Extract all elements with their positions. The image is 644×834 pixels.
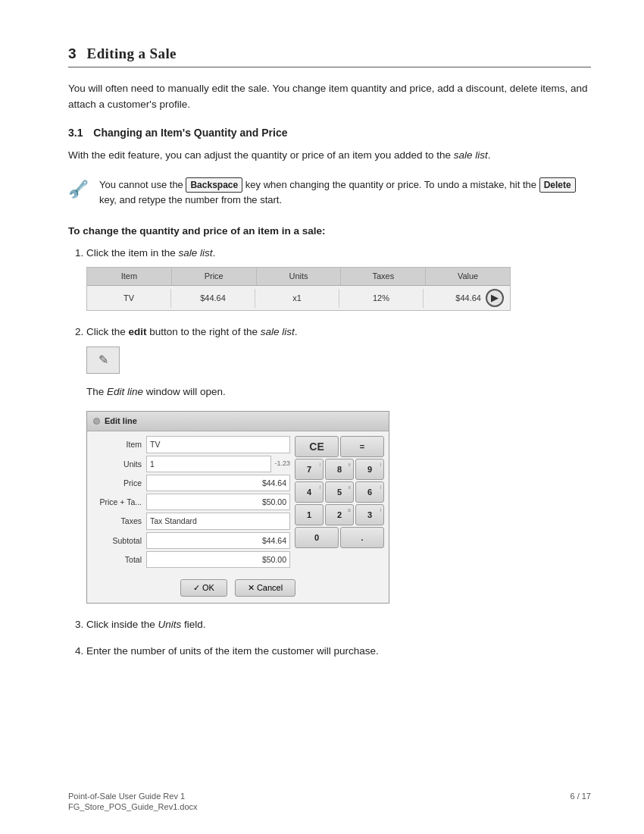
col-value: Value <box>426 268 510 285</box>
the-text: The Edit line window will open. <box>86 386 226 397</box>
form-row-subtotal: Subtotal $44.64 <box>92 532 290 549</box>
delete-key: Delete <box>539 177 576 193</box>
note-icon: 🔧 <box>68 179 89 199</box>
edit-form: Item TV Units 1 -1.23 Price $44.64 Price… <box>92 436 290 570</box>
label-total: Total <box>92 553 146 566</box>
footer-left: Point-of-Sale User Guide Rev 1 FG_Store_… <box>68 792 198 811</box>
step-2: Click the edit button to the right of th… <box>86 325 591 604</box>
cell-units: x1 <box>255 289 339 308</box>
cell-item: TV <box>87 289 171 308</box>
col-price: Price <box>172 268 257 285</box>
edit-feature-text: With the edit feature, you can adjust th… <box>68 149 491 161</box>
form-row-price-tax: Price + Ta... $50.00 <box>92 494 290 510</box>
label-price: Price <box>92 477 146 489</box>
cursor-indicator: ▶ <box>486 289 504 307</box>
numpad-8[interactable]: 8v <box>325 459 354 480</box>
numpad-4[interactable]: 4i <box>295 481 324 503</box>
procedure-heading: To change the quantity and price of an i… <box>68 225 591 237</box>
numpad-row-0dot: 0 . <box>295 527 384 548</box>
input-taxes: Tax Standard <box>146 513 290 529</box>
form-row-total: Total $50.00 <box>92 551 290 568</box>
table-data-row: TV $44.64 x1 12% $44.64 ▶ <box>87 286 510 310</box>
form-row-taxes: Taxes Tax Standard <box>92 513 290 529</box>
value-amount: $44.64 <box>455 292 481 305</box>
section-heading: 3 Editing a Sale <box>68 45 591 67</box>
intro-text: You will often need to manually edit the… <box>68 83 587 110</box>
cancel-label: ✕ Cancel <box>248 583 283 593</box>
numpad-equals[interactable]: = <box>340 436 384 457</box>
numpad-5[interactable]: 5x <box>325 481 354 503</box>
numpad-0[interactable]: 0 <box>295 527 339 548</box>
edit-line-title: Edit line <box>105 415 137 428</box>
edit-button-screenshot[interactable]: ✎ <box>86 346 120 374</box>
titlebar-dot <box>93 418 100 425</box>
numpad-row-123: 1 2a 3i <box>295 504 384 525</box>
step-3-italic: Units <box>158 619 182 630</box>
input-units[interactable]: 1 <box>146 456 271 472</box>
input-price[interactable]: $44.64 <box>146 475 290 491</box>
edit-line-body: Item TV Units 1 -1.23 Price $44.64 Price… <box>87 431 389 575</box>
edit-pencil-icon: ✎ <box>98 351 108 370</box>
note-text: You cannot use the Backspace key when ch… <box>99 177 591 208</box>
cell-taxes: 12% <box>339 289 424 308</box>
footer-line2: FG_Store_POS_Guide_Rev1.docx <box>68 802 198 811</box>
cell-price: $44.64 <box>171 289 255 308</box>
step-4-text: Enter the number of units of the item th… <box>86 645 379 657</box>
numpad-2[interactable]: 2a <box>325 504 354 525</box>
step-2-bold: edit <box>129 326 147 337</box>
note-text2: key when changing the quantity or price.… <box>242 179 539 190</box>
numpad-6[interactable]: 6i <box>355 481 384 503</box>
section-number: 3 <box>68 45 77 62</box>
subsection-number: 3.1 <box>68 127 83 139</box>
step-4: Enter the number of units of the item th… <box>86 644 591 660</box>
cell-value: $44.64 ▶ <box>424 286 510 310</box>
edit-line-opens-text: The Edit line window will open. <box>86 384 591 400</box>
numpad-row-456: 4i 5x 6i <box>295 481 384 503</box>
step-1: Click the item in the sale list. Item Pr… <box>86 246 591 312</box>
numpad-1[interactable]: 1 <box>295 504 324 525</box>
note-box: 🔧 You cannot use the Backspace key when … <box>68 174 591 212</box>
sale-list-italic: sale list <box>454 149 488 161</box>
ok-button[interactable]: ✓ OK <box>180 579 227 597</box>
subsection-title: Changing an Item's Quantity and Price <box>93 127 287 139</box>
edit-line-titlebar: Edit line <box>87 412 389 431</box>
edit-line-window: Edit line Item TV Units 1 -1.23 Pr <box>86 411 389 604</box>
label-subtotal: Subtotal <box>92 535 146 547</box>
edit-feature-paragraph: With the edit feature, you can adjust th… <box>68 148 591 164</box>
footer-page: 6 / 17 <box>570 792 591 811</box>
step-3: Click inside the Units field. <box>86 617 591 633</box>
section-title: Editing a Sale <box>87 45 177 62</box>
step-1-italic: sale list <box>179 247 213 259</box>
input-subtotal: $44.64 <box>146 532 290 549</box>
form-row-item: Item TV <box>92 436 290 453</box>
step-2-text: Click the edit button to the right of th… <box>86 326 297 337</box>
intro-paragraph: You will often need to manually edit the… <box>68 81 591 113</box>
note-text1: You cannot use the <box>99 179 186 190</box>
ok-label: ✓ OK <box>193 583 214 593</box>
numpad-row-top: CE = <box>295 436 384 457</box>
sale-list-table-screenshot: Item Price Units Taxes Value TV $44.64 x… <box>86 267 511 311</box>
input-total: $50.00 <box>146 551 290 568</box>
col-units: Units <box>257 268 342 285</box>
page-footer: Point-of-Sale User Guide Rev 1 FG_Store_… <box>0 792 644 811</box>
form-row-units: Units 1 -1.23 <box>92 456 290 472</box>
label-taxes: Taxes <box>92 515 146 527</box>
numpad-ce[interactable]: CE <box>295 436 339 457</box>
note-text3: key, and retype the number from the star… <box>99 194 282 205</box>
input-price-tax: $50.00 <box>146 494 290 510</box>
footer-line1: Point-of-Sale User Guide Rev 1 <box>68 792 198 801</box>
step-2-italic: sale list <box>261 326 295 337</box>
numpad-3[interactable]: 3i <box>355 504 384 525</box>
col-taxes: Taxes <box>341 268 426 285</box>
numpad-9[interactable]: 9i <box>355 459 384 480</box>
edit-line-footer: ✓ OK ✕ Cancel <box>87 575 389 603</box>
numpad-dot[interactable]: . <box>340 527 384 548</box>
table-header-row: Item Price Units Taxes Value <box>87 268 510 286</box>
numpad: CE = 7i 8v 9i 4i 5x 6i <box>295 436 384 570</box>
numpad-7[interactable]: 7i <box>295 459 324 480</box>
input-item[interactable]: TV <box>146 436 290 453</box>
cancel-button[interactable]: ✕ Cancel <box>235 579 295 597</box>
backspace-key: Backspace <box>186 177 242 193</box>
edit-line-italic: Edit line <box>107 386 143 397</box>
label-price-tax: Price + Ta... <box>92 496 146 508</box>
